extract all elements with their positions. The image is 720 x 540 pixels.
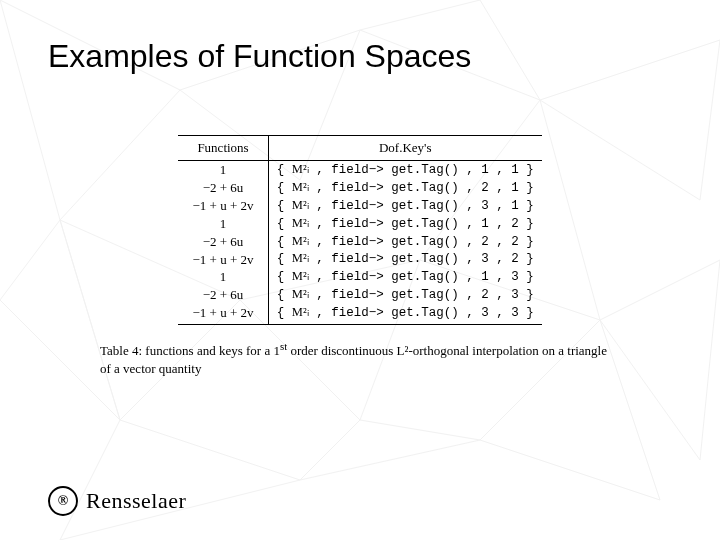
table-row: 1{ M²ᵢ , field−> get.Tag() , 1 , 3 }: [178, 268, 541, 286]
col-functions: Functions: [178, 136, 268, 161]
dofkey-cell: { M²ᵢ , field−> get.Tag() , 3 , 2 }: [268, 250, 541, 268]
table-row: −1 + u + 2v{ M²ᵢ , field−> get.Tag() , 3…: [178, 197, 541, 215]
function-cell: 1: [178, 268, 268, 286]
dofkey-cell: { M²ᵢ , field−> get.Tag() , 2 , 2 }: [268, 233, 541, 251]
function-cell: −1 + u + 2v: [178, 250, 268, 268]
table-row: −2 + 6u{ M²ᵢ , field−> get.Tag() , 2 , 2…: [178, 233, 541, 251]
table-row: −1 + u + 2v{ M²ᵢ , field−> get.Tag() , 3…: [178, 304, 541, 324]
dofkey-cell: { M²ᵢ , field−> get.Tag() , 1 , 2 }: [268, 215, 541, 233]
dofkey-cell: { M²ᵢ , field−> get.Tag() , 3 , 3 }: [268, 304, 541, 324]
function-cell: −1 + u + 2v: [178, 304, 268, 324]
dofkey-cell: { M²ᵢ , field−> get.Tag() , 2 , 1 }: [268, 179, 541, 197]
function-cell: −2 + 6u: [178, 179, 268, 197]
function-cell: 1: [178, 215, 268, 233]
function-space-table: Functions Dof.Key's 1{ M²ᵢ , field−> get…: [178, 135, 541, 325]
dofkey-cell: { M²ᵢ , field−> get.Tag() , 1 , 1 }: [268, 161, 541, 179]
function-cell: −2 + 6u: [178, 233, 268, 251]
table-row: 1{ M²ᵢ , field−> get.Tag() , 1 , 1 }: [178, 161, 541, 179]
function-cell: −1 + u + 2v: [178, 197, 268, 215]
table-row: 1{ M²ᵢ , field−> get.Tag() , 1 , 2 }: [178, 215, 541, 233]
table-row: −2 + 6u{ M²ᵢ , field−> get.Tag() , 2 , 1…: [178, 179, 541, 197]
table-row: −2 + 6u{ M²ᵢ , field−> get.Tag() , 2 , 3…: [178, 286, 541, 304]
dofkey-cell: { M²ᵢ , field−> get.Tag() , 2 , 3 }: [268, 286, 541, 304]
dofkey-cell: { M²ᵢ , field−> get.Tag() , 1 , 3 }: [268, 268, 541, 286]
table-caption: Table 4: functions and keys for a 1st or…: [100, 339, 620, 377]
function-cell: −2 + 6u: [178, 286, 268, 304]
table-row: −1 + u + 2v{ M²ᵢ , field−> get.Tag() , 3…: [178, 250, 541, 268]
logo-text: Rensselaer: [86, 488, 186, 514]
logo-seal-icon: ®: [48, 486, 78, 516]
col-dofkeys: Dof.Key's: [268, 136, 541, 161]
rensselaer-logo: ® Rensselaer: [48, 486, 186, 516]
dofkey-cell: { M²ᵢ , field−> get.Tag() , 3 , 1 }: [268, 197, 541, 215]
slide-title: Examples of Function Spaces: [48, 38, 672, 75]
function-cell: 1: [178, 161, 268, 179]
